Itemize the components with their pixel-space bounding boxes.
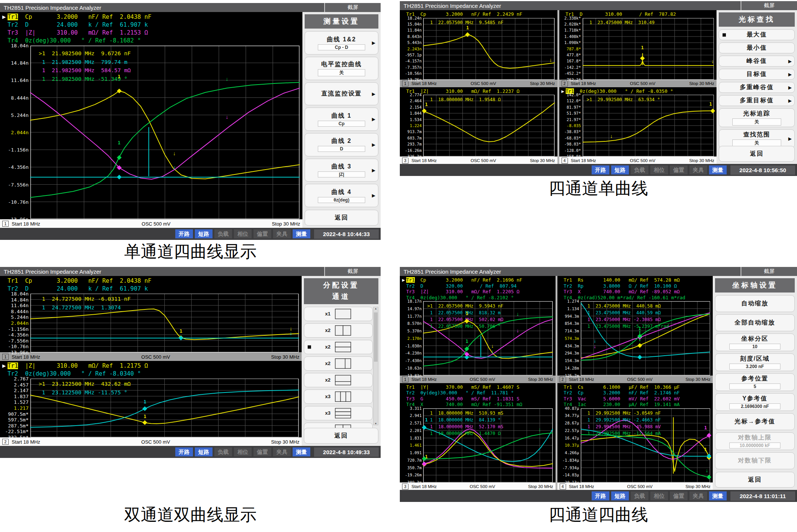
cal-button-3[interactable]: 负载 — [214, 229, 232, 238]
menu-button-7[interactable]: 曲线 4θz(deg)▶ — [305, 184, 378, 207]
menu-button-8[interactable]: 查找范围关▶ — [719, 129, 795, 148]
cal-button-2[interactable]: 短路 — [611, 491, 629, 500]
cal-button-6[interactable]: 夹具 — [273, 447, 291, 456]
menu-button-5[interactable]: 参考位置5 — [715, 373, 795, 391]
cal-button-4[interactable]: 相位 — [650, 165, 668, 174]
menu-button-4[interactable]: 目标值▶ — [719, 69, 795, 80]
menu-button-6[interactable]: x3 — [304, 390, 373, 404]
cal-button-7[interactable]: 测量 — [709, 165, 727, 174]
cal-button-6[interactable]: 夹具 — [689, 165, 707, 174]
menu-button-3[interactable]: 坐标分区10 — [715, 333, 795, 351]
menu-button-2[interactable]: 全部自动缩放 — [715, 314, 795, 331]
trace-row[interactable]: ▶Tr1 |Z| 310.00 mΩ/ Ref 1.2175 Ω — [2, 362, 302, 370]
trace-row[interactable]: Tr1 D 310.00 / Ref 787.82 — [562, 11, 717, 17]
menu-button-6[interactable]: Y参考值2.1696300 nF — [715, 393, 795, 411]
trace-row[interactable]: Tr3 |Z| 310.00 mΩ/ Ref 1.2153 Ω — [2, 29, 302, 37]
menu-button-3[interactable]: x2 — [304, 340, 373, 354]
cal-button-5[interactable]: 偏置 — [670, 165, 688, 174]
menu-button-8[interactable]: 对数轴上限10.0000000 kF — [715, 432, 795, 450]
cal-button-3[interactable]: 负载 — [214, 447, 232, 456]
scroll-thumb[interactable] — [374, 312, 378, 362]
cal-button-5[interactable]: 偏置 — [254, 229, 271, 238]
cal-button-7[interactable]: 测量 — [293, 447, 310, 456]
cal-button-4[interactable]: 相位 — [234, 447, 252, 456]
trace-row[interactable]: Tr4 θz(rad)520.00 m*rad/ Ref -160.61 m*r… — [560, 295, 713, 301]
menu-button-5[interactable]: 曲线 2D▶ — [305, 133, 378, 156]
menu-button-1[interactable]: 自动缩放 — [715, 295, 795, 312]
menu-button-3[interactable]: 直流监控设置▶ — [305, 82, 378, 106]
trace-row[interactable]: Tr4 Iac 230.00 μA/ Ref 19.141 mA — [560, 402, 713, 408]
menu-button-6[interactable]: 曲线 3|Z|▶ — [305, 159, 378, 182]
trace-row[interactable]: Tr1 Cs 6.1000 μF/ Ref 10.366 μF — [560, 384, 713, 390]
trace-row[interactable]: Tr3 X 740.00 mΩ/ Ref -89.052 mΩ — [560, 289, 713, 295]
screenshot-button[interactable]: 截屏 — [324, 3, 381, 12]
menu-button-1[interactable]: 曲线 1&2Cp - D▶ — [305, 31, 378, 55]
menu-button-5[interactable]: 多重峰谷值▶ — [719, 82, 795, 93]
back-button[interactable]: 返回 — [719, 146, 795, 162]
trace-row[interactable]: Tr3 Vac 5.6000 mV/ Ref 22.602 mV — [560, 396, 713, 402]
trace-row[interactable]: Tr2 θz(deg)30.000 ° / Ref -8.0340 ° — [2, 370, 302, 378]
menu-button-9[interactable]: 对数轴下限 — [715, 452, 795, 469]
trace-row[interactable]: ▶Tr1 Cp 3.2000 nF/ Ref 2.0438 nF — [2, 13, 302, 21]
menu-button-3[interactable]: 峰谷值▶ — [719, 56, 795, 67]
trace-row[interactable]: Tr1 Cp 3.2000 nF/ Ref 2.2429 nF — [402, 11, 557, 17]
menu-button-2[interactable]: 最小值 — [719, 42, 795, 53]
trace-row[interactable]: Tr2 D 24.000 k / Ref 61.907 k — [2, 21, 302, 29]
trace-row[interactable]: Tr2 D 24.000 k / Ref 61.907 k — [2, 285, 302, 293]
menu-button-6[interactable]: 多重目标值▶ — [719, 95, 795, 106]
cal-button-5[interactable]: 偏置 — [670, 491, 688, 500]
cal-button-3[interactable]: 负载 — [631, 165, 648, 174]
scroll-up-icon[interactable]: ▲ — [375, 307, 377, 310]
cal-button-1[interactable]: 开路 — [175, 229, 193, 238]
trace-row[interactable]: Tr1 Rs 140.00 mΩ/ Ref 574.28 mΩ — [560, 277, 713, 283]
trace-row[interactable]: ▶Tr1 Cp 3.2000 nF/ Ref 2.1696 nF — [402, 277, 556, 283]
trace-row[interactable]: Tr4 X 740.00 mΩ/ Ref -91.351 mΩ — [402, 402, 556, 408]
cal-button-1[interactable]: 开路 — [592, 491, 609, 500]
trace-row[interactable]: Tr4 θz(deg)30.000 ° / Ref -8.1682 ° — [2, 37, 302, 45]
cal-button-5[interactable]: 偏置 — [254, 447, 271, 456]
back-button[interactable]: 返回 — [304, 428, 378, 444]
cal-button-1[interactable]: 开路 — [592, 165, 609, 174]
trace-row[interactable]: Tr1 |Z| 310.00 mΩ/ Ref 1.2237 Ω — [402, 88, 557, 94]
menu-button-4[interactable]: 曲线 1Cp▶ — [305, 108, 378, 131]
cal-button-7[interactable]: 测量 — [709, 491, 727, 500]
trace-row[interactable]: Tr2 Rp 3.8000 Ω / Ref 10.100 Ω — [560, 283, 713, 289]
menu-button-5[interactable]: x2 — [304, 373, 373, 387]
trace-row[interactable]: Tr2 Cp 3.2000 nF/ Ref 2.1746 nF — [560, 390, 713, 396]
cal-button-7[interactable]: 测量 — [293, 229, 310, 238]
trace-row[interactable]: Tr3 |Z| 310.00 mΩ/ Ref 1.2205 Ω — [402, 289, 556, 295]
reference-arrow-icon: ↓ — [290, 330, 292, 336]
trace-row[interactable]: Tr3 G 450.00 mS/ Ref 1.1831 S — [402, 396, 556, 402]
menu-scrollbar[interactable]: ▲▼ — [373, 307, 378, 425]
trace-row[interactable]: ▶Tr1 θz(deg)30.000 ° / Ref -8.0350 ° — [562, 88, 717, 94]
cal-button-1[interactable]: 开路 — [175, 447, 193, 456]
menu-button-4[interactable]: 刻度/区域3.200 nF — [715, 353, 795, 371]
trace-row[interactable]: Tr2 θy(deg)30.000 ° / Ref 11.781 ° — [402, 390, 556, 396]
cal-button-4[interactable]: 相位 — [234, 229, 252, 238]
screenshot-button[interactable]: 截屏 — [741, 267, 797, 276]
back-button[interactable]: 返回 — [305, 210, 378, 226]
screenshot-button[interactable]: 截屏 — [741, 1, 797, 10]
screenshot-button[interactable]: 截屏 — [324, 267, 381, 276]
cal-button-6[interactable]: 夹具 — [689, 491, 707, 500]
menu-button-1[interactable]: 最大值 — [719, 29, 795, 40]
menu-button-2[interactable]: x2 — [304, 323, 373, 338]
menu-button-1[interactable]: x1 — [304, 307, 373, 321]
cal-button-2[interactable]: 短路 — [195, 229, 213, 238]
cal-button-2[interactable]: 短路 — [611, 165, 629, 174]
cal-button-2[interactable]: 短路 — [195, 447, 213, 456]
scroll-down-icon[interactable]: ▼ — [375, 422, 377, 425]
trace-row[interactable]: Tr4 θz(deg)30.000 ° / Ref -8.2102 ° — [402, 295, 556, 301]
menu-button-7[interactable]: 光标追踪关 — [719, 108, 795, 127]
back-button[interactable]: 返回 — [715, 472, 795, 488]
menu-button-7[interactable]: x3 — [304, 406, 373, 420]
menu-button-7[interactable]: 光标→参考值 — [715, 413, 795, 430]
cal-button-3[interactable]: 负载 — [631, 491, 648, 500]
trace-row[interactable]: Tr1 Cp 3.2000 nF/ Ref 2.0438 nF — [2, 277, 302, 285]
cal-button-4[interactable]: 相位 — [650, 491, 668, 500]
trace-row[interactable]: Tr1 |Y| 370.00 mS/ Ref 1.4607 S — [402, 384, 556, 390]
menu-button-2[interactable]: 电平监控曲线关 — [305, 57, 378, 80]
cal-button-6[interactable]: 夹具 — [273, 229, 291, 238]
trace-row[interactable]: Tr2 D 320.00 / Ref 807.94 — [402, 283, 556, 289]
menu-button-4[interactable]: x2 — [304, 356, 373, 371]
